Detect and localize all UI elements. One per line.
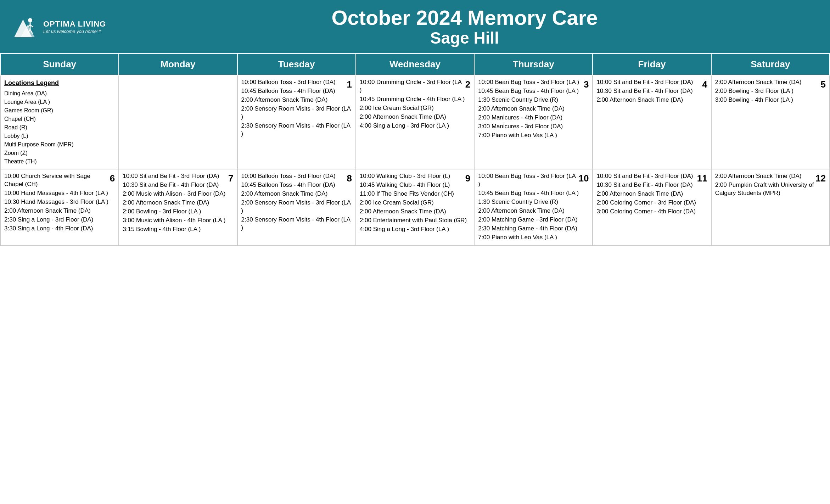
header-row: Sunday Monday Tuesday Wednesday Thursday… [0, 54, 830, 75]
day-number: 1 [347, 78, 352, 91]
cell-tuesday-week1: 110:00 Balloon Toss - 3rd Floor (DA)10:4… [237, 75, 356, 169]
cell-sunday-week1: Locations LegendDining Area (DA)Lounge A… [0, 75, 119, 169]
logo-icon [11, 12, 39, 41]
page-wrapper: OPTIMA LIVING Let us welcome you home™ O… [0, 0, 830, 246]
title-line2: Sage Hill [110, 29, 819, 47]
event-item: 4:00 Sing a Long - 3rd Floor (LA ) [360, 122, 470, 130]
legend-item: Lobby (L) [4, 132, 115, 140]
event-item: 2:00 Afternoon Snack Time (DA) [360, 113, 470, 121]
cell-thursday-week1: 310:00 Bean Bag Toss - 3rd Floor (LA )10… [474, 75, 593, 169]
logo-area: OPTIMA LIVING Let us welcome you home™ [11, 12, 110, 41]
day-number: 12 [815, 172, 826, 185]
event-item: 3:00 Manicures - 3rd Floor (DA) [478, 123, 589, 131]
event-item: 2:00 Afternoon Snack Time (DA) [478, 207, 589, 215]
cell-wednesday-week1: 210:00 Drumming Circle - 3rd Floor (LA )… [356, 75, 474, 169]
event-item: 10:00 Balloon Toss - 3rd Floor (DA) [241, 172, 352, 180]
event-item: 10:30 Sit and Be Fit - 4th Floor (DA) [596, 181, 707, 189]
event-item: 10:45 Drumming Circle - 4th Floor (LA ) [360, 95, 470, 103]
calendar-body: Locations LegendDining Area (DA)Lounge A… [0, 75, 830, 246]
calendar-table: Sunday Monday Tuesday Wednesday Thursday… [0, 53, 830, 246]
col-thursday: Thursday [474, 54, 593, 75]
event-item: 10:00 Hand Massages - 4th Floor (LA ) [4, 189, 115, 197]
logo-text: OPTIMA LIVING Let us welcome you home™ [43, 19, 106, 34]
cell-friday-week2: 1110:00 Sit and Be Fit - 3rd Floor (DA)1… [593, 169, 711, 246]
event-item: 10:00 Sit and Be Fit - 3rd Floor (DA) [123, 172, 233, 180]
day-number: 2 [465, 78, 470, 91]
col-monday: Monday [119, 54, 237, 75]
event-item: 2:00 Pumpkin Craft with University of Ca… [715, 181, 826, 197]
event-item: 10:45 Bean Bag Toss - 4th Floor (LA ) [478, 189, 589, 197]
header: OPTIMA LIVING Let us welcome you home™ O… [0, 0, 830, 53]
week-row-1: Locations LegendDining Area (DA)Lounge A… [0, 75, 830, 169]
event-item: 7:00 Piano with Leo Vas (LA ) [478, 131, 589, 140]
event-item: 2:00 Coloring Corner - 3rd Floor (DA) [596, 199, 707, 207]
cell-saturday-week2: 122:00 Afternoon Snack Time (DA)2:00 Pum… [711, 169, 830, 246]
event-item: 2:00 Afternoon Snack Time (DA) [360, 208, 470, 216]
legend-item: Zoom (Z) [4, 149, 115, 157]
title-line1: October 2024 Memory Care [110, 6, 819, 29]
event-item: 1:30 Scenic Country Drive (R) [478, 96, 589, 104]
event-item: 2:00 Entertainment with Paul Stoia (GR) [360, 217, 470, 225]
event-item: 2:00 Matching Game - 3rd Floor (DA) [478, 216, 589, 224]
logo-name: OPTIMA LIVING [43, 19, 106, 29]
legend-cell: Locations LegendDining Area (DA)Lounge A… [4, 78, 115, 166]
week-row-2: 610:00 Church Service with Sage Chapel (… [0, 169, 830, 246]
col-sunday: Sunday [0, 54, 119, 75]
col-friday: Friday [593, 54, 711, 75]
cell-monday-week1 [119, 75, 237, 169]
event-item: 3:30 Sing a Long - 4th Floor (DA) [4, 225, 115, 233]
event-item: 10:00 Balloon Toss - 3rd Floor (DA) [241, 78, 352, 86]
event-item: 3:00 Bowling - 4th Floor (LA ) [715, 96, 826, 104]
col-wednesday: Wednesday [356, 54, 474, 75]
event-item: 4:00 Sing a Long - 3rd Floor (LA ) [360, 225, 470, 234]
event-item: 2:30 Sing a Long - 3rd Floor (DA) [4, 216, 115, 224]
event-item: 10:45 Balloon Toss - 4th Floor (DA) [241, 87, 352, 95]
day-number: 6 [110, 172, 115, 185]
event-item: 2:00 Ice Cream Social (GR) [360, 199, 470, 207]
event-item: 3:00 Music with Alison - 4th Floor (LA ) [123, 217, 233, 225]
legend-item: Chapel (CH) [4, 115, 115, 123]
cell-wednesday-week2: 910:00 Walking Club - 3rd Floor (L)10:45… [356, 169, 474, 246]
day-number: 11 [697, 172, 707, 185]
cell-sunday-week2: 610:00 Church Service with Sage Chapel (… [0, 169, 119, 246]
event-item: 2:00 Afternoon Snack Time (DA) [715, 78, 826, 86]
day-number: 7 [228, 172, 233, 185]
col-tuesday: Tuesday [237, 54, 356, 75]
event-item: 10:00 Walking Club - 3rd Floor (L) [360, 172, 470, 180]
event-item: 10:30 Sit and Be Fit - 4th Floor (DA) [123, 181, 233, 189]
event-item: 2:30 Matching Game - 4th Floor (DA) [478, 225, 589, 233]
event-item: 1:30 Scenic Country Drive (R) [478, 198, 589, 206]
event-item: 2:00 Afternoon Snack Time (DA) [4, 207, 115, 215]
event-item: 3:00 Coloring Corner - 4th Floor (DA) [596, 208, 707, 216]
event-item: 2:00 Bowling - 3rd Floor (LA ) [123, 208, 233, 216]
event-item: 2:00 Afternoon Snack Time (DA) [596, 96, 707, 104]
header-title: October 2024 Memory Care Sage Hill [110, 6, 819, 47]
event-item: 2:00 Afternoon Snack Time (DA) [241, 96, 352, 104]
calendar-wrapper: Sunday Monday Tuesday Wednesday Thursday… [0, 53, 830, 246]
day-number: 10 [578, 172, 589, 185]
event-item: 2:00 Afternoon Snack Time (DA) [241, 190, 352, 198]
event-item: 2:00 Manicures - 4th Floor (DA) [478, 114, 589, 122]
legend-item: Theatre (TH) [4, 157, 115, 166]
day-number: 4 [702, 78, 707, 91]
event-item: 10:00 Bean Bag Toss - 3rd Floor (LA ) [478, 172, 589, 189]
cell-monday-week2: 710:00 Sit and Be Fit - 3rd Floor (DA)10… [119, 169, 237, 246]
event-item: 10:45 Walking Club - 4th Floor (L) [360, 181, 470, 189]
event-item: 2:00 Music with Alison - 3rd Floor (DA) [123, 190, 233, 198]
event-item: 2:30 Sensory Room Visits - 4th Floor (LA… [241, 216, 352, 232]
day-number: 5 [821, 78, 826, 91]
event-item: 10:00 Sit and Be Fit - 3rd Floor (DA) [596, 78, 707, 86]
legend-item: Road (R) [4, 123, 115, 132]
calendar-header: Sunday Monday Tuesday Wednesday Thursday… [0, 54, 830, 75]
cell-thursday-week2: 1010:00 Bean Bag Toss - 3rd Floor (LA )1… [474, 169, 593, 246]
event-item: 10:45 Bean Bag Toss - 4th Floor (LA ) [478, 87, 589, 95]
cell-saturday-week1: 52:00 Afternoon Snack Time (DA)2:00 Bowl… [711, 75, 830, 169]
legend-title: Locations Legend [4, 78, 115, 88]
event-item: 10:00 Sit and Be Fit - 3rd Floor (DA) [596, 172, 707, 180]
event-item: 2:00 Afternoon Snack Time (DA) [715, 172, 826, 180]
event-item: 10:00 Church Service with Sage Chapel (C… [4, 172, 115, 189]
svg-point-2 [28, 18, 32, 22]
event-item: 10:45 Balloon Toss - 4th Floor (DA) [241, 181, 352, 189]
event-item: 7:00 Piano with Leo Vas (LA ) [478, 234, 589, 242]
event-item: 2:00 Bowling - 3rd Floor (LA ) [715, 87, 826, 95]
